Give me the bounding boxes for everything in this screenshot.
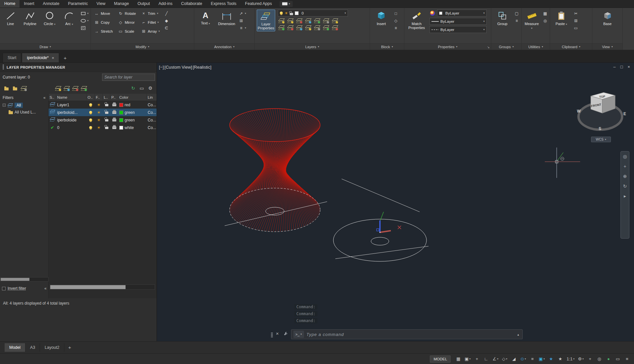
command-prompt-icon[interactable]: >_▾: [293, 331, 304, 338]
layer-tool-icon[interactable]: [296, 18, 302, 23]
layout-tab-model[interactable]: Model: [5, 343, 25, 352]
layer-row-iperboloid-[interactable]: iperboloid...☀greenCo...: [49, 109, 157, 116]
layer-states-manager-button[interactable]: [19, 84, 28, 92]
layer-plot-icon[interactable]: [110, 110, 118, 115]
layer-tool-icon[interactable]: [322, 18, 329, 23]
explode-button[interactable]: ◆: [164, 17, 169, 24]
tree-expander-icon[interactable]: −: [3, 104, 6, 107]
selection-cycling-icon[interactable]: ▣▾: [538, 355, 545, 363]
column-header-s[interactable]: S..: [49, 94, 56, 101]
layer-tool-icon[interactable]: [331, 25, 338, 30]
layer-on-icon[interactable]: [87, 125, 95, 130]
copy-clip-button[interactable]: ⊞: [573, 17, 578, 24]
layer-tool-icon[interactable]: [305, 18, 311, 23]
orbit-icon[interactable]: ↻: [623, 184, 627, 188]
base-button[interactable]: Base: [598, 10, 617, 27]
minimize-window-icon[interactable]: –: [613, 64, 615, 69]
dimension-button[interactable]: Dimension: [217, 10, 236, 27]
show-motion-icon[interactable]: ▸: [624, 194, 626, 198]
stretch-button[interactable]: →Stretch: [93, 27, 114, 35]
layout-tab-layout2[interactable]: Layout2: [40, 343, 64, 352]
ribbon-tab-parametric[interactable]: Parametric: [64, 0, 92, 8]
panel-label-clipboard[interactable]: Clipboard▾: [550, 43, 592, 50]
measure-button[interactable]: Measure ▾: [524, 10, 540, 31]
paste-special-button[interactable]: ▭: [573, 25, 578, 31]
column-header-p[interactable]: P..: [110, 94, 118, 101]
filter-tree-all[interactable]: − All: [0, 102, 48, 109]
fillet-button[interactable]: ⌐Fillet▾: [140, 18, 161, 26]
drawing-area[interactable]: TOP FRONT W E S [−] [Custom View] [Reali…: [157, 63, 634, 341]
layer-freeze-icon[interactable]: ☀: [95, 125, 103, 130]
plane-construction-line[interactable]: [342, 179, 420, 212]
panel-label-block[interactable]: Block▾: [370, 43, 404, 50]
new-layer-vp-freeze-button[interactable]: [62, 84, 71, 92]
ribbon-tab-featured-apps[interactable]: Featured Apps: [241, 0, 276, 8]
panel-label-draw[interactable]: Draw▾: [0, 43, 91, 50]
close-window-icon[interactable]: ×: [627, 64, 630, 69]
layer-lock-icon[interactable]: [103, 102, 110, 107]
panel-label-groups[interactable]: Groups▾: [491, 43, 521, 50]
layer-plot-icon[interactable]: [110, 102, 118, 107]
layer-linetype-cell[interactable]: Co...: [147, 118, 157, 122]
object-color-combo[interactable]: ByLayer ▾: [437, 10, 487, 17]
column-header-lin[interactable]: Lin: [147, 94, 157, 101]
layer-tool-icon[interactable]: [305, 25, 311, 30]
layer-combo[interactable]: ☀ 0 ▾: [278, 10, 348, 17]
group-edit-button[interactable]: ≡: [514, 17, 519, 24]
command-input[interactable]: [307, 332, 513, 337]
close-command-icon[interactable]: ×: [276, 331, 279, 336]
clean-screen-icon[interactable]: ▭: [614, 355, 621, 363]
layer-color-cell[interactable]: white: [118, 125, 147, 130]
insert-button[interactable]: Insert: [372, 10, 391, 27]
drawing-canvas-svg[interactable]: TOP FRONT W E S: [157, 63, 634, 341]
viewcube-top-label[interactable]: TOP: [599, 95, 605, 99]
layer-on-icon[interactable]: [87, 110, 95, 115]
layer-color-cell[interactable]: green: [118, 110, 147, 115]
set-current-layer-button[interactable]: [79, 84, 88, 92]
layer-settings-button[interactable]: ⚙: [146, 84, 155, 92]
viewcube-west-label[interactable]: W: [577, 109, 581, 114]
units-icon[interactable]: ◎: [596, 355, 603, 363]
erase-button[interactable]: ╱: [164, 10, 169, 17]
lineweight-icon[interactable]: ≡: [529, 355, 536, 363]
layer-plot-icon[interactable]: [110, 125, 118, 130]
palette-grip[interactable]: [3, 65, 4, 70]
restore-window-icon[interactable]: □: [620, 64, 623, 69]
hyperboloid-wireframe[interactable]: [230, 109, 320, 232]
navigation-wheel-icon[interactable]: ◎: [623, 154, 627, 159]
plane-chord[interactable]: [335, 246, 429, 259]
color-sphere-icon[interactable]: [429, 10, 435, 16]
plane-inner-ellipse[interactable]: [371, 237, 389, 245]
panel-label-annotation[interactable]: Annotation▾: [194, 43, 254, 50]
column-header-f[interactable]: F..: [95, 94, 103, 101]
layer-plot-icon[interactable]: [110, 117, 118, 122]
viewport-visual-style-control[interactable]: [Realistic]: [193, 65, 211, 70]
viewcube[interactable]: TOP FRONT W E S: [577, 92, 626, 131]
move-button[interactable]: ↔Move: [93, 10, 114, 17]
create-block-button[interactable]: □: [393, 10, 398, 17]
layer-linetype-cell[interactable]: Co...: [147, 125, 157, 130]
scale-button[interactable]: ▭Scale: [117, 27, 137, 35]
rotate-button[interactable]: ↻Rotate: [117, 10, 137, 17]
layer-tool-icon[interactable]: [296, 25, 302, 30]
layer-color-cell[interactable]: red: [118, 103, 147, 107]
collapse-bottom-icon[interactable]: «: [44, 286, 47, 291]
column-header-l[interactable]: L..: [103, 94, 110, 101]
layer-color-cell[interactable]: green: [118, 118, 147, 122]
rectangle-tool-button[interactable]: ▾: [80, 10, 89, 17]
isometric-drafting-icon[interactable]: ◇▾: [501, 355, 508, 363]
group-button[interactable]: Group: [493, 10, 511, 27]
object-snap-tracking-icon[interactable]: ◢: [510, 355, 518, 363]
layer-tool-icon[interactable]: [314, 18, 320, 23]
filter-tree-all-used[interactable]: All Used L...: [0, 109, 48, 116]
model-space-toggle[interactable]: MODEL: [430, 355, 451, 363]
layer-on-icon[interactable]: [87, 118, 95, 122]
annotation-visibility-icon[interactable]: ★: [547, 355, 555, 363]
polar-tracking-icon[interactable]: ∠▾: [492, 355, 499, 363]
ribbon-options-button[interactable]: ▾: [280, 1, 293, 7]
refresh-button[interactable]: ↻: [129, 84, 137, 92]
ellipse-tool-button[interactable]: ▾: [80, 17, 89, 24]
override-highlight-button[interactable]: ▭: [137, 84, 146, 92]
join-button[interactable]: ∈: [164, 25, 169, 31]
block-attributes-button[interactable]: ≡: [393, 25, 398, 31]
